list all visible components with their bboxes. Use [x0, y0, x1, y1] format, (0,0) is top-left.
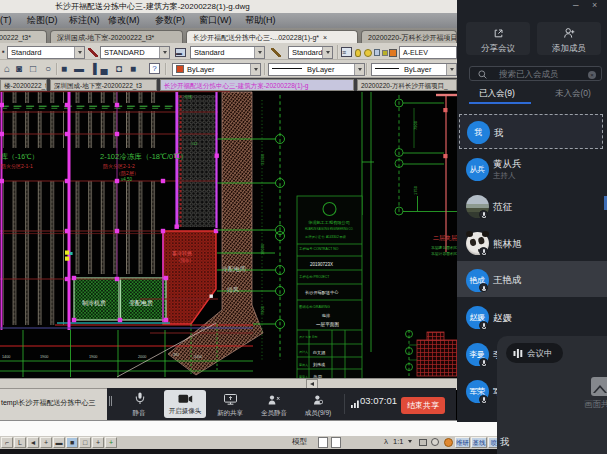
svg-text:二层夹层: 二层夹层 — [433, 235, 457, 241]
svg-text:设计 签字 日期: 设计 签字 日期 — [299, 335, 318, 339]
svg-text:工程名称 PROJECT: 工程名称 PROJECT — [299, 275, 329, 279]
svg-text:华润凯工工程有限公司: 华润凯工工程有限公司 — [308, 220, 350, 225]
svg-text:蓄冷转换: 蓄冷转换 — [172, 250, 193, 257]
svg-text:1400: 1400 — [2, 355, 10, 359]
svg-text:v4.50: v4.50 — [121, 177, 133, 182]
svg-text:1750: 1750 — [413, 185, 418, 195]
svg-text:工程编号 CONTRACT NO: 工程编号 CONTRACT NO — [299, 247, 339, 251]
svg-text:2000: 2000 — [138, 355, 146, 359]
svg-text:1900: 1900 — [40, 355, 48, 359]
svg-text:1900: 1900 — [89, 355, 97, 359]
svg-text:图纸名称 DRAWING: 图纸名称 DRAWING — [299, 305, 330, 309]
svg-text:防火分区2-1-2: 防火分区2-1-2 — [103, 163, 135, 170]
svg-text:分拣: 分拣 — [184, 94, 192, 99]
svg-text:2-102冷冻库（-18℃/0℃）: 2-102冷冻库（-18℃/0℃） — [100, 152, 188, 161]
svg-text:7900: 7900 — [260, 305, 265, 315]
svg-text:20190723X: 20190723X — [310, 262, 333, 267]
svg-text:2400: 2400 — [194, 355, 202, 359]
svg-text:电排: 电排 — [322, 313, 330, 318]
svg-text:冷配电间: 冷配电间 — [222, 266, 246, 273]
svg-text:变配电房: 变配电房 — [129, 299, 153, 307]
svg-text:◊12: ◊12 — [191, 141, 198, 146]
svg-text:18000: 18000 — [260, 243, 265, 255]
svg-text:防火分区2-1-1: 防火分区2-1-1 — [1, 163, 33, 170]
svg-text:排风: 排风 — [227, 287, 239, 293]
svg-text:设计人: 设计人 — [299, 350, 308, 354]
svg-text:7900: 7900 — [413, 120, 418, 130]
svg-text:工程设计证书: A143302 甲级: 工程设计证书: A143302 甲级 — [305, 235, 347, 239]
svg-text:31500: 31500 — [260, 153, 265, 165]
svg-text:库（-16℃）: 库（-16℃） — [1, 153, 39, 161]
svg-text:审核人: 审核人 — [299, 363, 308, 367]
svg-text:380: 380 — [173, 353, 179, 357]
svg-text:制冷机房: 制冷机房 — [82, 299, 106, 307]
svg-text:（防2层）: （防2层） — [116, 170, 139, 177]
svg-text:一层平面图: 一层平面图 — [316, 321, 339, 328]
svg-text:HUARUN KAIGONG ENGINEERING CO.: HUARUN KAIGONG ENGINEERING CO. — [305, 227, 353, 231]
